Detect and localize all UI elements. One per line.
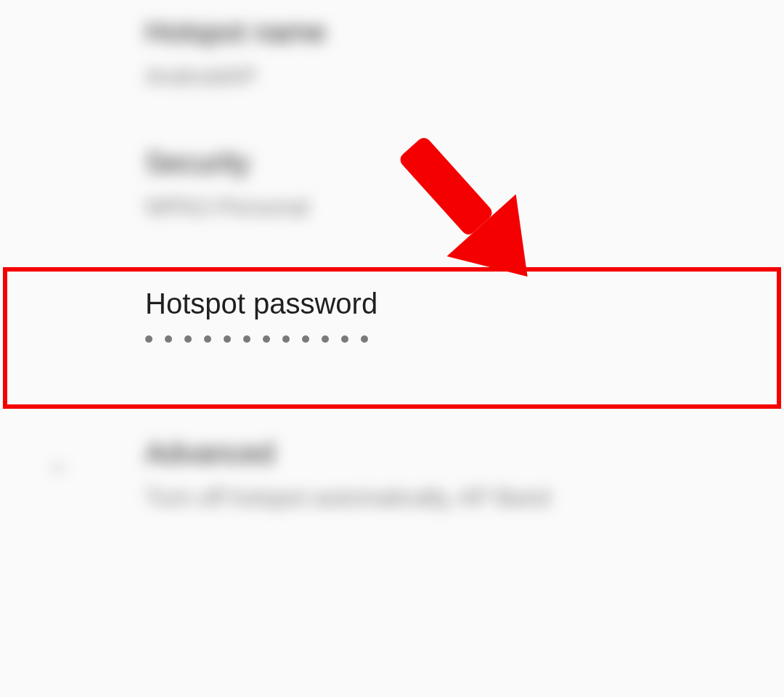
setting-title: Security: [145, 145, 784, 180]
setting-title: Hotspot name: [145, 15, 784, 49]
setting-value: Turn off hotspot automatically, AP Band: [145, 484, 784, 511]
chevron-down-icon[interactable]: [47, 457, 69, 479]
setting-value: AndroidAP: [145, 62, 784, 90]
setting-security[interactable]: Security WPA2-Personal: [0, 145, 784, 221]
setting-hotspot-password[interactable]: Hotspot password: [0, 286, 784, 343]
setting-title: Advanced: [145, 436, 784, 470]
setting-hotspot-name[interactable]: Hotspot name AndroidAP: [0, 15, 784, 90]
setting-title: Hotspot password: [145, 286, 784, 321]
setting-value: WPA2-Personal: [145, 193, 784, 221]
password-masked-dots: [145, 335, 784, 343]
setting-advanced[interactable]: Advanced Turn off hotspot automatically,…: [0, 436, 784, 511]
